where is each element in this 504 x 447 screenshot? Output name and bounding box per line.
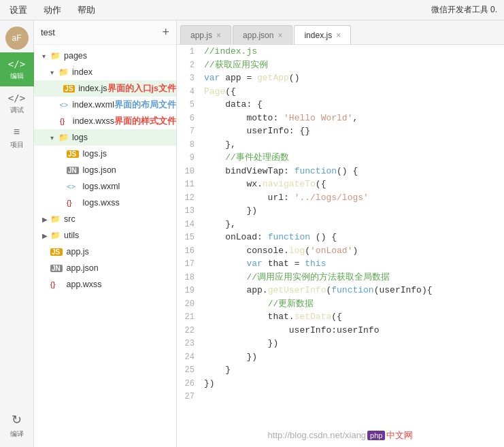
pages-arrow: ▾ <box>42 52 50 60</box>
line-number-25: 25 <box>177 363 201 377</box>
line-number-4: 4 <box>177 85 201 99</box>
code-line-20: 20 //更新数据 <box>177 297 504 311</box>
pages-folder-icon: 📁 <box>50 51 63 61</box>
logs-wxss-label: logs.wxss <box>80 198 120 208</box>
index-wxss-icon: {} <box>60 117 69 125</box>
tab-app-js-label: app.js <box>190 31 212 40</box>
sidebar-bottom: ↻ 编译 <box>0 410 34 447</box>
index-arrow: ▾ <box>50 69 58 76</box>
sidebar-item-compile[interactable]: ↻ 编译 <box>0 410 34 442</box>
code-line-14: 14 }, <box>177 218 504 231</box>
file-tree-content: ▾ 📁 pages ▾ 📁 index JS index.js界面的入口js文件 <box>34 45 176 447</box>
index-folder-label: index <box>72 67 93 77</box>
tree-item-app-wxss[interactable]: {} app.wxss <box>34 276 176 293</box>
code-line-9: 9 //事件处理函数 <box>177 151 504 165</box>
code-line-19: 19 app.getUserInfo(function(userInfo){ <box>177 284 504 297</box>
code-line-25: 25 } <box>177 363 504 377</box>
logs-wxml-label: logs.wxml <box>80 182 120 191</box>
line-code-19: app.getUserInfo(function(userInfo){ <box>201 284 504 297</box>
tree-item-index-wxss[interactable]: {} index.wxss界面的样式文件 <box>34 113 176 129</box>
sidebar-item-project[interactable]: ≡ 项目 <box>0 120 34 154</box>
line-code-14: }, <box>201 218 504 231</box>
tab-app-json-close[interactable]: × <box>278 31 282 40</box>
logs-wxss-arrow <box>58 199 67 207</box>
logs-wxss-icon: {} <box>67 199 79 207</box>
line-number-17: 17 <box>177 257 201 271</box>
line-code-13: }) <box>201 204 504 218</box>
line-code-4: Page({ <box>201 85 504 99</box>
code-line-27: 27 <box>177 390 504 403</box>
src-label: src <box>64 214 75 224</box>
tree-item-pages[interactable]: ▾ 📁 pages <box>34 48 176 64</box>
code-line-21: 21 that.setData({ <box>177 310 504 324</box>
sidebar-item-edit[interactable]: </> 编辑 <box>0 52 34 86</box>
file-tree-add-button[interactable]: + <box>162 25 169 39</box>
index-js-icon: JS <box>63 85 74 93</box>
line-code-15: onLoad: function () { <box>201 231 504 244</box>
line-code-24: }) <box>201 350 504 364</box>
code-line-4: 4 Page({ <box>177 85 504 99</box>
index-folder-icon: 📁 <box>58 67 71 77</box>
tree-item-app-json[interactable]: JN app.json <box>34 260 176 276</box>
tab-app-js[interactable]: app.js × <box>180 25 231 44</box>
tree-item-app-js[interactable]: JS app.js <box>34 244 176 260</box>
code-table: 1 //index.js 2 //获取应用实例 3 var app = getA… <box>177 45 504 403</box>
menu-actions[interactable]: 动作 <box>41 4 64 16</box>
edit-label: 编辑 <box>10 71 24 81</box>
line-code-20: //更新数据 <box>201 297 504 311</box>
logs-wxml-arrow <box>58 183 67 191</box>
src-folder-icon: 📁 <box>50 214 63 224</box>
line-number-2: 2 <box>177 59 201 72</box>
line-number-12: 12 <box>177 191 201 205</box>
edit-icon: </> <box>8 59 25 69</box>
code-line-2: 2 //获取应用实例 <box>177 59 504 72</box>
menu-settings[interactable]: 设置 <box>7 4 30 16</box>
menu-help[interactable]: 帮助 <box>75 4 98 16</box>
line-code-2: //获取应用实例 <box>201 59 504 72</box>
project-label: 项目 <box>10 140 24 150</box>
tree-item-logs-js[interactable]: JS logs.js <box>34 146 176 162</box>
code-line-6: 6 motto: 'Hello World', <box>177 112 504 125</box>
tree-item-index[interactable]: ▾ 📁 index <box>34 64 176 80</box>
code-line-24: 24 }) <box>177 350 504 364</box>
tab-index-js-label: index.js <box>304 31 332 40</box>
line-code-3: var app = getApp() <box>201 71 504 85</box>
utils-label: utils <box>64 231 79 240</box>
tab-app-json[interactable]: app.json × <box>233 25 292 44</box>
index-wxml-icon: <> <box>59 101 68 109</box>
tab-index-js[interactable]: index.js × <box>294 25 351 44</box>
tab-app-js-close[interactable]: × <box>216 31 221 40</box>
main-area: aF </> 编辑 </> 调试 ≡ 项目 ↻ 编译 test <box>0 20 504 447</box>
line-code-22: userInfo:userInfo <box>201 324 504 337</box>
line-number-3: 3 <box>177 71 201 85</box>
tree-item-logs-json[interactable]: JN logs.json <box>34 162 176 178</box>
utils-folder-icon: 📁 <box>50 231 63 240</box>
tree-item-logs[interactable]: ▾ 📁 logs <box>34 129 176 146</box>
editor-content[interactable]: 1 //index.js 2 //获取应用实例 3 var app = getA… <box>177 45 504 447</box>
code-line-17: 17 var that = this <box>177 257 504 271</box>
tree-item-logs-wxss[interactable]: {} logs.wxss <box>34 195 176 211</box>
logs-js-arrow <box>58 150 67 158</box>
tab-index-js-close[interactable]: × <box>336 31 341 40</box>
tree-item-index-wxml[interactable]: <> index.wxml界面的布局文件 <box>34 97 176 113</box>
utils-arrow: ▶ <box>42 232 50 239</box>
code-line-26: 26 }) <box>177 377 504 391</box>
sidebar-item-debug[interactable]: </> 调试 <box>0 86 34 120</box>
code-line-13: 13 }) <box>177 204 504 218</box>
line-number-5: 5 <box>177 98 201 112</box>
code-line-12: 12 url: '../logs/logs' <box>177 191 504 205</box>
line-number-22: 22 <box>177 324 201 337</box>
index-wxml-label: index.wxml界面的布局文件 <box>70 99 176 111</box>
line-number-14: 14 <box>177 218 201 231</box>
tree-item-logs-wxml[interactable]: <> logs.wxml <box>34 178 176 195</box>
tree-item-utils[interactable]: ▶ 📁 utils <box>34 227 176 244</box>
watermark-text-before: http://blog.csdn.net/xiang <box>268 430 367 440</box>
tree-item-index-js[interactable]: JS index.js界面的入口js文件 <box>34 80 176 97</box>
app-json-icon: JN <box>50 265 63 272</box>
line-number-19: 19 <box>177 284 201 297</box>
compile-label: 编译 <box>10 429 24 439</box>
line-number-11: 11 <box>177 178 201 191</box>
tree-item-src[interactable]: ▶ 📁 src <box>34 211 176 227</box>
avatar[interactable]: aF <box>5 27 29 50</box>
logs-wxml-icon: <> <box>67 182 79 191</box>
